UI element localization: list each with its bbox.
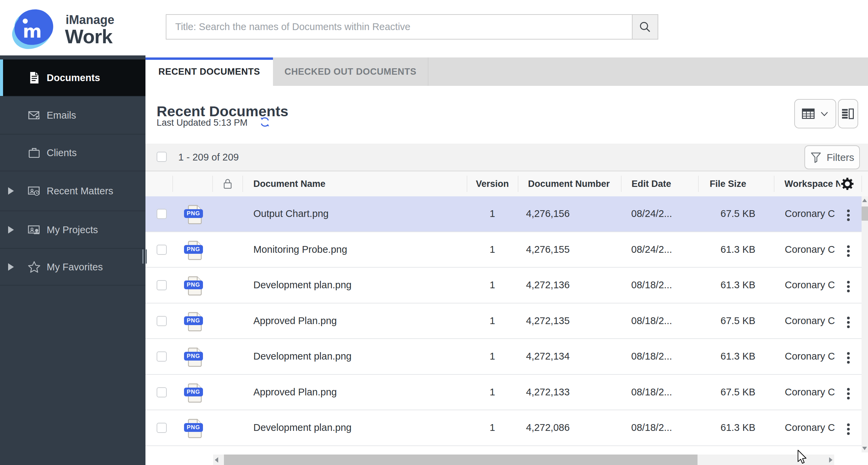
version-cell: 1	[467, 268, 518, 302]
version-cell: 1	[467, 232, 518, 267]
sidebar-resize-handle[interactable]	[142, 249, 147, 264]
sidebar-item-my-favorites[interactable]: My Favorites	[0, 249, 145, 286]
search-input[interactable]	[166, 14, 632, 40]
document-name-cell[interactable]: Approved Plan.png	[253, 303, 337, 338]
row-checkbox[interactable]	[157, 316, 167, 326]
search-button[interactable]	[632, 14, 658, 40]
document-name-cell[interactable]: Output Chart.png	[253, 196, 328, 231]
row-checkbox[interactable]	[157, 245, 167, 255]
view-selector-button[interactable]	[794, 99, 836, 128]
workspace-cell: Coronary C	[785, 196, 842, 231]
tab-label: RECENT DOCUMENTS	[158, 67, 260, 77]
vertical-scrollbar[interactable]	[862, 196, 868, 452]
row-menu-button[interactable]	[844, 279, 852, 294]
global-search	[166, 14, 658, 40]
version-cell: 1	[467, 339, 518, 374]
tab-strip: RECENT DOCUMENTS CHECKED OUT DOCUMENTS	[145, 57, 868, 86]
scroll-right-arrow-icon[interactable]	[829, 457, 832, 463]
version-cell: 1	[467, 375, 518, 410]
column-header-version[interactable]: Version	[467, 171, 518, 196]
column-header-document-number[interactable]: Document Number	[528, 171, 610, 196]
document-list: PNG Output Chart.png 1 4,276,156 08/24/2…	[145, 196, 868, 446]
table-row[interactable]: PNG Development plan.png 1 4,272,134 08/…	[145, 339, 868, 375]
refresh-icon	[259, 116, 271, 128]
document-name-cell[interactable]: Monitoring Probe.png	[253, 232, 347, 267]
row-menu-button[interactable]	[844, 422, 852, 437]
expand-arrow-icon[interactable]	[8, 226, 14, 234]
search-icon	[639, 21, 652, 33]
edit-date-cell: 08/18/2...	[631, 268, 672, 302]
sidebar-item-label: My Favorites	[47, 261, 103, 272]
file-type-badge: PNG	[184, 388, 203, 396]
file-type-badge: PNG	[184, 352, 203, 361]
table-row[interactable]: PNG Approved Plan.png 1 4,272,133 08/18/…	[145, 375, 868, 411]
document-name-cell[interactable]: Development plan.png	[253, 339, 351, 374]
file-size-cell: 61.3 KB	[721, 339, 755, 374]
document-number-cell: 4,272,133	[526, 375, 570, 410]
row-menu-button[interactable]	[844, 386, 852, 401]
row-checkbox[interactable]	[157, 280, 167, 290]
document-name-cell[interactable]: Development plan.png	[253, 268, 351, 302]
row-checkbox[interactable]	[157, 387, 167, 397]
imanage-work-logo[interactable]: m iManage Work	[7, 4, 143, 51]
row-menu-button[interactable]	[844, 315, 852, 330]
select-all-checkbox[interactable]	[157, 152, 167, 162]
workspace-cell: Coronary C	[785, 268, 842, 302]
horizontal-scrollbar-thumb[interactable]	[224, 455, 698, 465]
row-menu-button[interactable]	[844, 208, 852, 223]
lock-column-icon[interactable]	[223, 178, 233, 190]
document-name-cell[interactable]: Development plan.png	[253, 410, 351, 445]
star-icon	[28, 261, 41, 273]
sidebar-item-recent-matters[interactable]: Recent Matters	[0, 171, 145, 211]
tab-recent-documents[interactable]: RECENT DOCUMENTS	[145, 57, 273, 86]
table-header: Document Name Version Document Number Ed…	[145, 171, 868, 197]
table-row[interactable]: PNG Development plan.png 1 4,272,136 08/…	[145, 268, 868, 303]
workspace-cell: Coronary C	[785, 232, 842, 267]
sidebar-item-emails[interactable]: Emails	[0, 97, 145, 134]
table-row[interactable]: PNG Monitoring Probe.png 1 4,276,155 08/…	[145, 232, 868, 268]
refresh-button[interactable]	[259, 116, 271, 128]
file-size-cell: 67.5 KB	[721, 375, 755, 410]
sidebar-item-clients[interactable]: Clients	[0, 134, 145, 171]
mail-icon	[28, 109, 41, 122]
imanage-work-app: m iManage Work MH Martin Harris | MHARRI…	[0, 0, 868, 465]
scroll-up-arrow-icon[interactable]	[862, 199, 867, 202]
edit-date-cell: 08/18/2...	[631, 375, 672, 410]
png-file-icon: PNG	[187, 347, 202, 367]
briefcase-icon	[28, 146, 41, 159]
file-size-cell: 61.3 KB	[721, 232, 755, 267]
scroll-left-arrow-icon[interactable]	[215, 457, 218, 463]
column-settings-gear-icon[interactable]	[840, 177, 854, 191]
expand-arrow-icon[interactable]	[8, 263, 14, 271]
expand-arrow-icon[interactable]	[8, 187, 14, 195]
row-menu-button[interactable]	[844, 350, 852, 365]
column-header-workspace-name[interactable]: Workspace N	[784, 171, 840, 196]
vertical-scrollbar-thumb[interactable]	[862, 206, 868, 221]
filters-button[interactable]: Filters	[804, 145, 860, 169]
table-row[interactable]: PNG Approved Plan.png 1 4,272,135 08/18/…	[145, 303, 868, 339]
table-view-icon	[802, 107, 815, 121]
document-name-cell[interactable]: Approved Plan.png	[253, 375, 337, 410]
column-header-edit-date[interactable]: Edit Date	[632, 171, 671, 196]
preview-panel-toggle-button[interactable]	[838, 99, 858, 128]
sidebar-item-my-projects[interactable]: My Projects	[0, 211, 145, 249]
file-size-cell: 67.5 KB	[721, 196, 755, 231]
column-header-document-name[interactable]: Document Name	[253, 171, 325, 196]
document-number-cell: 4,272,135	[526, 303, 570, 338]
document-number-cell: 4,272,136	[526, 268, 570, 302]
column-header-file-size[interactable]: File Size	[710, 171, 746, 196]
workspace-cell: Coronary C	[785, 375, 842, 410]
workspace-cell: Coronary C	[785, 303, 842, 338]
sidebar-item-label: Recent Matters	[47, 186, 113, 197]
scroll-down-arrow-icon[interactable]	[862, 447, 867, 450]
table-row[interactable]: PNG Development plan.png 1 4,272,086 08/…	[145, 410, 868, 446]
tab-checked-out-documents[interactable]: CHECKED OUT DOCUMENTS	[273, 57, 428, 86]
row-checkbox[interactable]	[157, 423, 167, 433]
row-checkbox[interactable]	[157, 209, 167, 219]
sidebar-item-documents[interactable]: Documents	[0, 59, 145, 97]
row-checkbox[interactable]	[157, 351, 167, 362]
last-updated-label: Last Updated 5:13 PM	[157, 118, 248, 128]
table-row[interactable]: PNG Output Chart.png 1 4,276,156 08/24/2…	[145, 196, 868, 232]
row-menu-button[interactable]	[844, 244, 852, 259]
horizontal-scrollbar[interactable]	[213, 455, 834, 465]
